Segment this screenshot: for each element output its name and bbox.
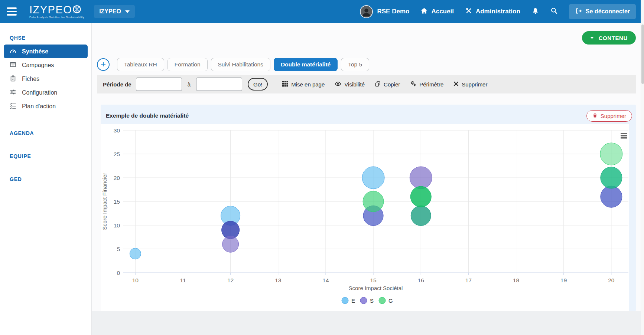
grid-icon bbox=[282, 81, 288, 88]
periode-to-input[interactable] bbox=[196, 78, 242, 91]
nav-link-administration[interactable]: Administration bbox=[465, 7, 520, 16]
layout-button[interactable]: Mise en page bbox=[282, 81, 325, 88]
svg-text:5: 5 bbox=[117, 246, 120, 252]
home-icon bbox=[420, 7, 428, 16]
periode-label: Période de bbox=[103, 81, 131, 88]
contenu-button[interactable]: CONTENU bbox=[582, 31, 636, 45]
tab-suivi-habilitations[interactable]: Suivi Habilitations bbox=[211, 58, 270, 71]
sidebar-heading-agenda[interactable]: AGENDA bbox=[10, 130, 91, 136]
sign-out-icon bbox=[575, 7, 582, 16]
tab-double-materialite[interactable]: Double matérialité bbox=[274, 58, 338, 71]
perimeter-button[interactable]: Périmètre bbox=[410, 81, 443, 88]
add-tab-button[interactable]: + bbox=[97, 58, 110, 71]
svg-text:20: 20 bbox=[608, 277, 615, 283]
chart-menu-icon[interactable] bbox=[621, 133, 627, 139]
svg-text:25: 25 bbox=[114, 151, 120, 157]
trash-icon bbox=[592, 113, 598, 119]
top-navbar: IZYPEO Data Analysis Solution for Sustai… bbox=[0, 0, 644, 23]
gauge-icon bbox=[9, 47, 17, 56]
sidebar-heading-equipe[interactable]: EQUIPE bbox=[10, 153, 91, 159]
y-axis-title: Score Impact Financier bbox=[101, 173, 108, 230]
sidebar-heading-ged[interactable]: GED bbox=[10, 176, 91, 182]
sidebar: QHSE Synthèse Campagnes Fiches Configura… bbox=[0, 23, 92, 335]
sidebar-item-plan-daction[interactable]: Plan d'action bbox=[4, 99, 88, 113]
bubble-G[interactable] bbox=[410, 186, 431, 207]
bubble-E[interactable] bbox=[130, 248, 141, 259]
brand-tagline: Data Analysis Solution for Sustainabilit… bbox=[29, 16, 84, 19]
bubble-G[interactable] bbox=[600, 143, 622, 165]
bubble-S[interactable] bbox=[410, 167, 432, 189]
chart-panel: Exemple de double matérialité Supprimer … bbox=[101, 105, 636, 311]
action-label: Visibilité bbox=[344, 81, 365, 88]
svg-text:15: 15 bbox=[370, 277, 376, 283]
visibility-button[interactable]: Visibilité bbox=[335, 81, 365, 88]
bubble-chart: 0510152025301011121314151617181920Score … bbox=[101, 124, 629, 311]
toolbar-divider bbox=[275, 79, 275, 90]
svg-text:0: 0 bbox=[117, 270, 120, 276]
delete-tab-button[interactable]: Supprimer bbox=[453, 81, 487, 88]
svg-text:16: 16 bbox=[418, 277, 424, 283]
sidebar-item-configuration[interactable]: Configuration bbox=[4, 86, 88, 99]
sidebar-item-label: Campagnes bbox=[22, 62, 54, 69]
svg-text:E: E bbox=[351, 298, 355, 304]
legend-item-G[interactable]: G bbox=[379, 297, 393, 304]
svg-text:19: 19 bbox=[560, 277, 567, 283]
legend-item-E[interactable]: E bbox=[342, 297, 355, 304]
bell-icon[interactable] bbox=[531, 7, 539, 16]
nav-link-accueil[interactable]: Accueil bbox=[420, 7, 453, 16]
search-icon[interactable] bbox=[550, 7, 558, 16]
logout-button[interactable]: Se déconnecter bbox=[569, 4, 636, 19]
action-label: Périmètre bbox=[419, 81, 443, 88]
copy-button[interactable]: Copier bbox=[375, 81, 400, 88]
bubble-G[interactable] bbox=[363, 191, 384, 212]
snowflake-logo-icon bbox=[72, 4, 82, 15]
svg-text:10: 10 bbox=[114, 222, 120, 229]
tab-tableaux-rh[interactable]: Tableaux RH bbox=[117, 58, 164, 71]
tab-formation[interactable]: Formation bbox=[167, 58, 208, 71]
workspace-label: IZYPEO bbox=[99, 8, 121, 15]
bubble-G[interactable] bbox=[411, 206, 431, 226]
periode-from-input[interactable] bbox=[136, 78, 182, 91]
brand-logo[interactable]: IZYPEO Data Analysis Solution for Sustai… bbox=[29, 4, 84, 19]
sidebar-item-synthese[interactable]: Synthèse bbox=[4, 45, 88, 58]
legend-item-S[interactable]: S bbox=[360, 297, 374, 304]
clipboard-icon bbox=[9, 75, 17, 83]
svg-text:11: 11 bbox=[180, 277, 186, 283]
gears-icon bbox=[410, 81, 416, 88]
user-name: RSE Demo bbox=[377, 8, 409, 15]
svg-text:14: 14 bbox=[322, 277, 329, 283]
bubble-S[interactable] bbox=[601, 186, 622, 207]
a-label: à bbox=[188, 81, 191, 88]
chart-panel-title: Exemple de double matérialité bbox=[106, 112, 189, 119]
bubble-E[interactable] bbox=[362, 167, 384, 189]
menu-icon[interactable] bbox=[7, 7, 17, 16]
action-label: Copier bbox=[384, 81, 400, 88]
action-label: Mise en page bbox=[291, 81, 325, 88]
delete-chart-label: Supprimer bbox=[601, 113, 626, 119]
tab-top-5[interactable]: Top 5 bbox=[341, 58, 369, 71]
scrollbar[interactable] bbox=[641, 0, 644, 335]
tab-label: Double matérialité bbox=[281, 61, 331, 68]
workspace-dropdown[interactable]: IZYPEO bbox=[94, 5, 135, 18]
scrollbar-thumb[interactable] bbox=[641, 24, 644, 84]
main-content: CONTENU + Tableaux RH Formation Suivi Ha… bbox=[92, 23, 644, 335]
go-button[interactable]: Go! bbox=[248, 78, 268, 91]
sidebar-item-fiches[interactable]: Fiches bbox=[4, 72, 88, 86]
user-menu[interactable]: RSE Demo bbox=[360, 5, 409, 18]
sidebar-item-label: Fiches bbox=[22, 76, 39, 82]
svg-text:13: 13 bbox=[275, 277, 281, 283]
sidebar-item-label: Synthèse bbox=[22, 48, 48, 55]
bubble-G[interactable] bbox=[601, 167, 622, 188]
task-list-icon bbox=[9, 102, 17, 111]
sidebar-item-campagnes[interactable]: Campagnes bbox=[4, 58, 88, 72]
sliders-icon bbox=[9, 88, 17, 97]
tab-label: Formation bbox=[175, 61, 201, 68]
copy-icon bbox=[375, 81, 381, 88]
x-axis-title: Score Impact Sociétal bbox=[349, 285, 403, 291]
chevron-down-icon bbox=[125, 10, 130, 13]
svg-text:15: 15 bbox=[114, 198, 120, 205]
sidebar-item-label: Configuration bbox=[22, 89, 57, 96]
delete-chart-button[interactable]: Supprimer bbox=[586, 110, 632, 122]
svg-text:17: 17 bbox=[465, 277, 472, 283]
bubble-S[interactable] bbox=[222, 236, 239, 252]
